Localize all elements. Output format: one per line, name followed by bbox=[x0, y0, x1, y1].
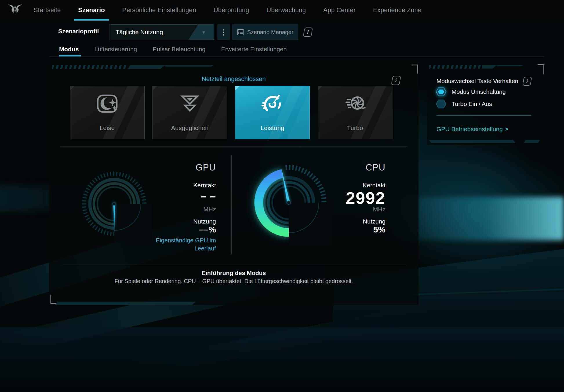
predator-logo-icon[interactable] bbox=[8, 3, 22, 17]
mode-card-leistung[interactable]: Leistung bbox=[235, 86, 310, 139]
mode-card-row: Leise Ausgeglichen bbox=[70, 86, 392, 139]
gpu-title: GPU bbox=[196, 162, 216, 173]
chevron-down-icon: ▼ bbox=[201, 30, 206, 35]
top-nav: Startseite Szenario Persönliche Einstell… bbox=[0, 0, 564, 21]
deco-bar bbox=[128, 65, 166, 69]
deco-bottom-bar bbox=[54, 302, 196, 305]
mode-card-turbo[interactable]: Turbo bbox=[318, 86, 392, 139]
radio-label: Turbo Ein / Aus bbox=[452, 100, 492, 107]
gpu-clock-label: Kerntakt bbox=[193, 182, 216, 189]
deco-bar-thin bbox=[496, 65, 523, 66]
deco-bar bbox=[482, 65, 497, 69]
deco-bar-thin bbox=[165, 65, 214, 67]
mode-card-ausgeglichen[interactable]: Ausgeglichen bbox=[152, 86, 227, 139]
corner-bracket-icon bbox=[538, 64, 544, 74]
scenario-manager-button[interactable]: Szenario Manager bbox=[232, 24, 298, 40]
scenario-profile-dropdown[interactable]: Tägliche Nutzung ▼ bbox=[110, 24, 214, 40]
tab-modus[interactable]: Modus bbox=[59, 42, 87, 56]
fan-icon bbox=[318, 92, 392, 115]
corner-bracket-icon bbox=[50, 295, 57, 304]
mode-label: Ausgeglichen bbox=[153, 124, 227, 131]
mode-switch-panel: Moduswechsel Taste Verhalten i Modus Ums… bbox=[427, 62, 545, 145]
cpu-clock-value: 2992 bbox=[346, 188, 385, 208]
gpu-usage-value: ––% bbox=[199, 225, 216, 235]
tab-luftersteuerung[interactable]: Lüftersteuerung bbox=[87, 42, 145, 56]
hexagon-radio-icon bbox=[436, 99, 447, 109]
power-status-text: Netzteil angeschlossen bbox=[49, 76, 419, 83]
more-options-button[interactable]: ⋮ bbox=[217, 24, 230, 40]
radio-label: Modus Umschaltung bbox=[452, 88, 506, 95]
nav-item-persoenliche-einstellungen[interactable]: Persönliche Einstellungen bbox=[114, 0, 205, 21]
hexagon-radio-selected-icon bbox=[436, 87, 447, 96]
cpu-usage-value: 5% bbox=[373, 225, 385, 235]
scenario-manager-label: Szenario Manager bbox=[247, 29, 293, 36]
moon-sparkles-icon bbox=[70, 92, 144, 115]
mode-intro-description: Für Spiele oder Rendering. CPU + GPU übe… bbox=[49, 278, 419, 285]
gpu-clock-value: – – bbox=[201, 190, 216, 202]
cpu-clock-unit: MHz bbox=[373, 206, 385, 213]
nav-item-experience-zone[interactable]: Experience Zone bbox=[364, 0, 430, 21]
cpu-gauge bbox=[245, 159, 332, 246]
mode-panel: Netzteil angeschlossen i Leise bbox=[49, 62, 419, 305]
dropdown-cap: ▼ bbox=[188, 25, 214, 40]
gauge-divider bbox=[231, 155, 232, 254]
scenario-tabs: Modus Lüftersteuerung Pulsar Beleuchtung… bbox=[59, 42, 294, 56]
nav-item-startseite[interactable]: Startseite bbox=[25, 0, 70, 21]
cpu-title: CPU bbox=[366, 162, 385, 173]
mode-label: Leistung bbox=[235, 124, 310, 131]
dropdown-selected-value: Tägliche Nutzung bbox=[116, 29, 163, 36]
section-divider bbox=[61, 146, 407, 147]
mode-card-leise[interactable]: Leise bbox=[70, 86, 145, 139]
predator-triangles-icon bbox=[153, 92, 227, 115]
chevron-right-icon: > bbox=[505, 126, 508, 132]
mode-label: Turbo bbox=[318, 124, 392, 131]
list-icon bbox=[237, 29, 244, 35]
mode-label: Leise bbox=[70, 124, 144, 131]
kebab-menu-icon: ⋮ bbox=[220, 28, 228, 37]
scenario-profile-label: Szenarioprofil bbox=[58, 21, 99, 42]
gpu-gauge bbox=[77, 166, 152, 241]
radio-turbo-ein-aus[interactable]: Turbo Ein / Aus bbox=[436, 99, 492, 109]
gpu-usage-label: Nutzung bbox=[193, 218, 216, 225]
gpu-clock-unit: MHz bbox=[203, 206, 216, 213]
nav-item-app-center[interactable]: App Center bbox=[315, 0, 365, 21]
cpu-clock-label: Kerntakt bbox=[363, 182, 385, 189]
side-panel-divider bbox=[436, 115, 531, 116]
tab-pulsar-beleuchtung[interactable]: Pulsar Beleuchtung bbox=[145, 42, 213, 56]
mode-info-icon[interactable]: i bbox=[391, 76, 401, 85]
hatch-decoration bbox=[429, 65, 482, 69]
gpu-idle-note: Eigenständige GPU im Leerlauf bbox=[140, 236, 216, 252]
nav-item-szenario[interactable]: Szenario bbox=[70, 0, 114, 21]
speedometer-icon bbox=[235, 92, 310, 115]
nav-menu: Startseite Szenario Persönliche Einstell… bbox=[25, 0, 430, 21]
nav-item-ueberpruefung[interactable]: Überprüfung bbox=[205, 0, 258, 21]
radio-modus-umschaltung[interactable]: Modus Umschaltung bbox=[436, 87, 506, 96]
tab-erweiterte-einstellungen[interactable]: Erweiterte Einstellungen bbox=[213, 42, 294, 56]
hatch-decoration bbox=[52, 65, 128, 69]
mode-switch-title: Moduswechsel Taste Verhalten bbox=[436, 78, 518, 85]
nav-item-ueberwachung[interactable]: Überwachung bbox=[258, 0, 315, 21]
section-divider bbox=[61, 266, 407, 266]
gpu-operation-settings-link[interactable]: GPU Betriebseinstellung > bbox=[436, 126, 508, 133]
corner-bracket-icon bbox=[412, 65, 418, 74]
profile-info-icon[interactable]: i bbox=[303, 28, 313, 37]
mode-intro-title: Einführung des Modus bbox=[49, 270, 419, 276]
predatorsense-window: Startseite Szenario Persönliche Einstell… bbox=[0, 0, 564, 392]
cpu-usage-label: Nutzung bbox=[363, 218, 385, 225]
mode-switch-info-icon[interactable]: i bbox=[523, 77, 532, 86]
deco-bottom-bar bbox=[429, 140, 516, 143]
deco-bottom-bar bbox=[524, 140, 540, 143]
link-label: GPU Betriebseinstellung bbox=[436, 126, 503, 133]
